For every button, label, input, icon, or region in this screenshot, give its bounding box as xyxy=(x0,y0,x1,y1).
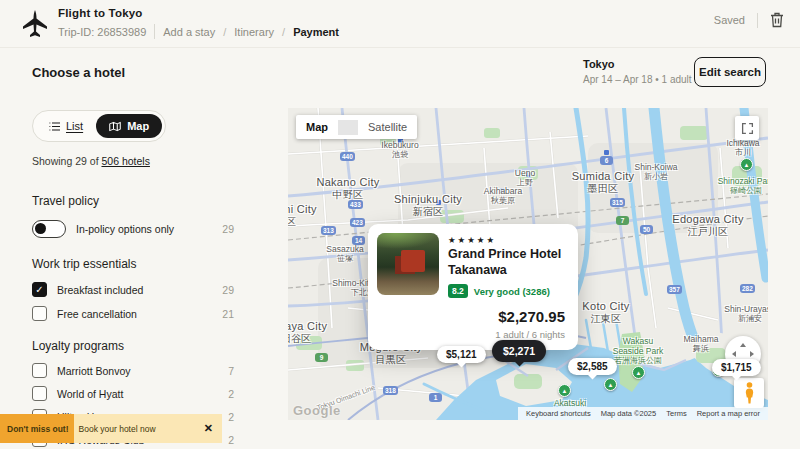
edit-search-button[interactable]: Edit search xyxy=(694,57,766,87)
breadcrumb-separator: / xyxy=(223,26,226,38)
trip-id: Trip-ID: 26853989 xyxy=(58,26,146,38)
pegman-control[interactable] xyxy=(734,378,764,408)
terms-link[interactable]: Terms xyxy=(666,409,686,418)
fullscreen-icon xyxy=(741,122,754,135)
park-poi-pin[interactable]: ▲ xyxy=(558,384,571,397)
hotel-stars: ★★★★★ xyxy=(448,235,496,245)
map-type-control: Map Satellite xyxy=(296,115,417,139)
results-count: Showing 29 of 506 hotels xyxy=(32,155,234,167)
filter-row-in-policy: In-policy options only 29 xyxy=(32,220,234,238)
filter-row-marriott: Marriott Bonvoy 7 xyxy=(32,363,234,378)
filter-count: 29 xyxy=(222,284,234,296)
page-title: Choose a hotel xyxy=(32,65,125,80)
filter-label: World of Hyatt xyxy=(57,388,123,400)
view-toggle-list[interactable]: List xyxy=(36,114,96,138)
hotel-search-page: Flight to Tokyo Trip-ID: 26853989 Add a … xyxy=(0,0,800,449)
view-toggle-map-label: Map xyxy=(127,120,149,132)
filter-label: Marriott Bonvoy xyxy=(57,365,131,377)
hotel-name: Grand Prince Hotel Takanawa xyxy=(448,246,570,279)
hotel-price-block: $2,270.95 1 adult / 6 nights xyxy=(495,308,565,340)
promo-banner: Don't miss out! Book your hotel now ✕ xyxy=(0,414,222,443)
banner-highlight: Don't miss out! xyxy=(0,414,74,443)
breadcrumb-payment[interactable]: Payment xyxy=(293,26,339,38)
hotel-info-card[interactable]: ★★★★★ Grand Prince Hotel Takanawa 8.2 Ve… xyxy=(368,224,578,350)
hotel-photo xyxy=(377,233,439,295)
filters-sidebar: List Map Showing 29 of 506 hotels Travel… xyxy=(32,110,234,449)
rating-text: Very good (3286) xyxy=(474,286,550,297)
pegman-icon xyxy=(743,382,756,404)
map-data-label: Map data ©2025 xyxy=(601,409,657,418)
price-marker-selected[interactable]: $2,271 xyxy=(492,340,546,362)
park-poi-pin[interactable]: ▲ xyxy=(604,378,617,391)
park-poi-pin[interactable]: ▲ xyxy=(740,158,753,171)
filter-count: 21 xyxy=(222,308,234,320)
price-marker[interactable]: $1,715 xyxy=(712,359,761,376)
trip-block: Flight to Tokyo Trip-ID: 26853989 Add a … xyxy=(58,7,339,39)
breadcrumb-add-a-stay[interactable]: Add a stay xyxy=(163,26,215,38)
filter-label: Breakfast included xyxy=(57,284,143,296)
breadcrumb-separator: / xyxy=(282,26,285,38)
view-toggle: List Map xyxy=(32,110,166,142)
filter-count: 2 xyxy=(228,434,234,446)
dates-occupancy: Apr 14 – Apr 18 • 1 adult xyxy=(583,74,692,85)
trip-title: Flight to Tokyo xyxy=(58,7,339,19)
results-count-link[interactable]: 506 hotels xyxy=(101,155,149,167)
price-marker[interactable]: $2,585 xyxy=(568,358,617,375)
map-type-satellite[interactable]: Satellite xyxy=(358,121,417,133)
divider xyxy=(154,24,155,39)
section-title-travel-policy: Travel policy xyxy=(32,194,234,208)
free-cancellation-checkbox[interactable] xyxy=(32,306,47,321)
rating-badge: 8.2 xyxy=(448,284,468,298)
breakfast-checkbox[interactable]: ✓ xyxy=(32,282,47,297)
fullscreen-button[interactable] xyxy=(735,116,759,140)
toggle-knob xyxy=(35,223,46,234)
price-marker[interactable]: $5,121 xyxy=(437,346,486,363)
airline-logo-plane-icon[interactable] xyxy=(22,10,48,38)
divider xyxy=(757,13,758,28)
map-icon xyxy=(109,121,121,132)
map-attribution: Keyboard shortcuts Map data ©2025 Terms … xyxy=(518,407,768,420)
destination: Tokyo xyxy=(583,58,692,70)
section-title-loyalty: Loyalty programs xyxy=(32,339,234,353)
banner-close-icon[interactable]: ✕ xyxy=(195,422,222,435)
photo-shrine xyxy=(401,250,425,272)
hotel-rating: 8.2 Very good (3286) xyxy=(448,284,550,298)
google-logo[interactable]: Google xyxy=(293,403,341,418)
filter-label: Free cancellation xyxy=(57,308,137,320)
hyatt-checkbox[interactable] xyxy=(32,386,47,401)
map-type-map[interactable]: Map xyxy=(296,121,338,133)
filter-count: 7 xyxy=(228,365,234,377)
search-summary: Tokyo Apr 14 – Apr 18 • 1 adult xyxy=(583,58,692,85)
keyboard-shortcuts-link[interactable]: Keyboard shortcuts xyxy=(526,409,591,418)
divider xyxy=(338,120,358,135)
map-canvas[interactable]: Ikebukuro池袋 Nakano City中野区 Shinjuku City… xyxy=(288,108,768,420)
in-policy-toggle[interactable] xyxy=(32,220,66,238)
view-toggle-map[interactable]: Map xyxy=(96,114,162,138)
trash-icon[interactable] xyxy=(770,12,784,28)
marriott-checkbox[interactable] xyxy=(32,363,47,378)
section-title-work-trip: Work trip essentials xyxy=(32,257,234,271)
report-error-link[interactable]: Report a map error xyxy=(697,409,760,418)
filter-row-free-cancellation: Free cancellation 21 xyxy=(32,306,234,321)
photo-foliage xyxy=(377,233,439,249)
banner-message: Book your hotel now xyxy=(74,424,156,434)
list-icon xyxy=(49,122,60,131)
filter-row-hyatt: World of Hyatt 2 xyxy=(32,386,234,401)
top-bar: Flight to Tokyo Trip-ID: 26853989 Add a … xyxy=(0,0,800,48)
breadcrumb-itinerary[interactable]: Itinerary xyxy=(234,26,274,38)
filter-count: 2 xyxy=(228,411,234,423)
filter-count: 2 xyxy=(228,388,234,400)
filter-label: In-policy options only xyxy=(76,223,174,235)
hotel-price: $2,270.95 xyxy=(495,308,565,325)
view-toggle-list-label: List xyxy=(66,120,83,132)
hotel-price-caption: 1 adult / 6 nights xyxy=(495,329,565,340)
saved-link[interactable]: Saved xyxy=(714,14,745,26)
filter-count: 29 xyxy=(222,223,234,235)
park-poi-pin[interactable]: ▲ xyxy=(632,366,645,379)
filter-row-breakfast: ✓ Breakfast included 29 xyxy=(32,282,234,297)
